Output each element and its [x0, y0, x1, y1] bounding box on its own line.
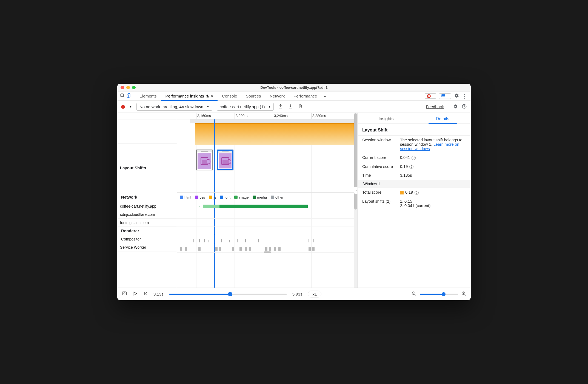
- time-slider[interactable]: [169, 294, 287, 295]
- layout-shift-item[interactable]: 2. 0.041 (current): [400, 204, 466, 208]
- tab-sources[interactable]: Sources: [241, 91, 265, 101]
- rtab-details[interactable]: Details: [414, 116, 471, 124]
- kv-value: 0.19?: [400, 164, 466, 169]
- errors-pill[interactable]: ✕ 1: [425, 93, 436, 99]
- current-score-value: 0.041: [400, 155, 410, 160]
- tab-performance-insights[interactable]: Performance insights ⚗︎ ×: [161, 91, 218, 101]
- layout-shift-thumbnail[interactable]: [196, 150, 213, 170]
- kv-value: 1. 0.15 2. 0.041 (current): [400, 199, 466, 208]
- kv-time: Time 3.185s: [358, 171, 471, 180]
- legend-swatch-js: [209, 196, 212, 199]
- main-tabs: Elements Performance insights ⚗︎ × Conso…: [117, 91, 471, 101]
- kv-session-window: Session window The selected layout shift…: [358, 136, 471, 153]
- kv-current-score: Current score 0.041?: [358, 153, 471, 162]
- window-title: DevTools - coffee-cart.netlify.app/?ad=1: [117, 85, 471, 90]
- rtab-insights[interactable]: Insights: [358, 116, 414, 124]
- tab-console[interactable]: Console: [218, 91, 241, 101]
- start-time-label: 3.13s: [153, 292, 164, 296]
- cls-cluster-bar[interactable]: [195, 123, 358, 145]
- play-icon[interactable]: [133, 291, 138, 297]
- compositor-section-label[interactable]: Compositor: [117, 235, 177, 243]
- kv-key: Layout shifts (2): [362, 199, 395, 204]
- slider-knob[interactable]: [228, 292, 232, 296]
- kv-value: 0.041?: [400, 155, 466, 160]
- zoom-out-icon[interactable]: [412, 291, 416, 297]
- network-label-text: Network: [121, 195, 137, 199]
- zoom-in-icon[interactable]: [461, 291, 466, 297]
- right-panel-body: Layout Shift Session window The selected…: [358, 124, 471, 288]
- help-icon[interactable]: ?: [412, 156, 416, 160]
- timeline-area: Layout Shifts Network coffee-cart.netlif…: [117, 113, 358, 288]
- preview-toggle-icon[interactable]: [122, 291, 127, 297]
- net-bar-download[interactable]: [219, 205, 308, 208]
- ruler-tick: 3,160ms: [197, 114, 211, 118]
- help-icon[interactable]: ?: [415, 191, 419, 195]
- network-host-1[interactable]: cdnjs.cloudflare.com: [117, 210, 177, 219]
- network-host-row-1: [177, 210, 358, 219]
- inspect-element-icon[interactable]: [120, 93, 125, 99]
- settings-gear-icon[interactable]: [454, 93, 459, 99]
- window-minimize-button[interactable]: [126, 86, 130, 89]
- network-section-label[interactable]: Network: [117, 192, 177, 202]
- legend-label: js: [213, 195, 216, 199]
- legend-label: font: [224, 195, 230, 199]
- timeline-canvas[interactable]: 3,160ms 3,200ms 3,240ms 3,280ms: [177, 113, 358, 288]
- layout-shift-thumbnail-selected[interactable]: [217, 150, 233, 170]
- tabs-overflow-button[interactable]: »: [321, 94, 328, 98]
- legend-swatch-media: [253, 196, 256, 199]
- right-panel: Insights Details Layout Shift Session wi…: [358, 113, 471, 288]
- import-icon[interactable]: [288, 104, 293, 110]
- recording-select[interactable]: coffee-cart.netlify.app (1) ▼: [217, 103, 274, 111]
- network-host-2[interactable]: fonts.gstatic.com: [117, 219, 177, 227]
- scrollbar-thumb[interactable]: [354, 113, 357, 210]
- record-menu-caret[interactable]: ▼: [129, 105, 132, 108]
- feedback-link[interactable]: Feedback: [426, 104, 444, 109]
- net-bar: [199, 206, 200, 207]
- window-close-button[interactable]: [121, 86, 124, 89]
- throttling-select[interactable]: No network throttling, 4× slowdown ▼: [136, 103, 212, 111]
- record-button[interactable]: [121, 105, 125, 109]
- step-back-icon[interactable]: [143, 291, 148, 297]
- message-icon: [441, 94, 446, 98]
- errors-count: 1: [432, 94, 434, 98]
- zoom-knob[interactable]: [442, 292, 446, 296]
- session-window-bar: [190, 119, 358, 123]
- tab-performance[interactable]: Performance: [289, 91, 321, 101]
- horizontal-scroll-grip[interactable]: [264, 251, 271, 253]
- playback-speed[interactable]: x1: [308, 291, 321, 297]
- kv-total-score: Total score 0.19?: [358, 188, 471, 197]
- kv-cumulative-score: Cumulative score 0.19?: [358, 162, 471, 171]
- tab-label: Performance insights: [165, 94, 204, 98]
- kebab-menu-icon[interactable]: ⋮: [462, 93, 467, 99]
- export-icon[interactable]: [278, 104, 283, 110]
- service-worker-label[interactable]: Service Worker: [117, 243, 177, 251]
- vertical-scrollbar[interactable]: [354, 113, 358, 288]
- collapse-right-panel-handle[interactable]: ›: [354, 187, 358, 194]
- device-mode-icon[interactable]: [127, 93, 132, 99]
- svg-rect-4: [122, 292, 127, 295]
- tab-network[interactable]: Network: [265, 91, 289, 101]
- slider-fill: [169, 294, 230, 295]
- help-icon[interactable]: [462, 104, 467, 110]
- zoom-slider[interactable]: [420, 294, 458, 295]
- messages-pill[interactable]: 1: [439, 93, 451, 99]
- legend-label: other: [275, 195, 284, 199]
- window-maximize-button[interactable]: [132, 86, 136, 89]
- zoom-controls: [412, 291, 466, 297]
- panel-settings-gear-icon[interactable]: [453, 104, 458, 110]
- delete-icon[interactable]: [298, 104, 303, 110]
- zoom-fill: [420, 294, 444, 295]
- network-host-0[interactable]: coffee-cart.netlify.app: [117, 202, 177, 210]
- tab-close-icon[interactable]: ×: [211, 94, 213, 98]
- network-host-row-0: [177, 202, 358, 210]
- legend-swatch-html: [180, 196, 183, 199]
- net-bar-wait[interactable]: [203, 205, 219, 208]
- tab-elements[interactable]: Elements: [135, 91, 161, 101]
- layout-shift-item[interactable]: 1. 0.15: [400, 199, 466, 204]
- legend-swatch-image: [234, 196, 238, 199]
- window1-section-header[interactable]: Window 1: [358, 180, 471, 188]
- renderer-section-label[interactable]: Renderer: [117, 227, 177, 235]
- help-icon[interactable]: ?: [409, 165, 413, 169]
- devtools-window: DevTools - coffee-cart.netlify.app/?ad=1…: [117, 84, 471, 300]
- ruler-spacer: [117, 113, 177, 119]
